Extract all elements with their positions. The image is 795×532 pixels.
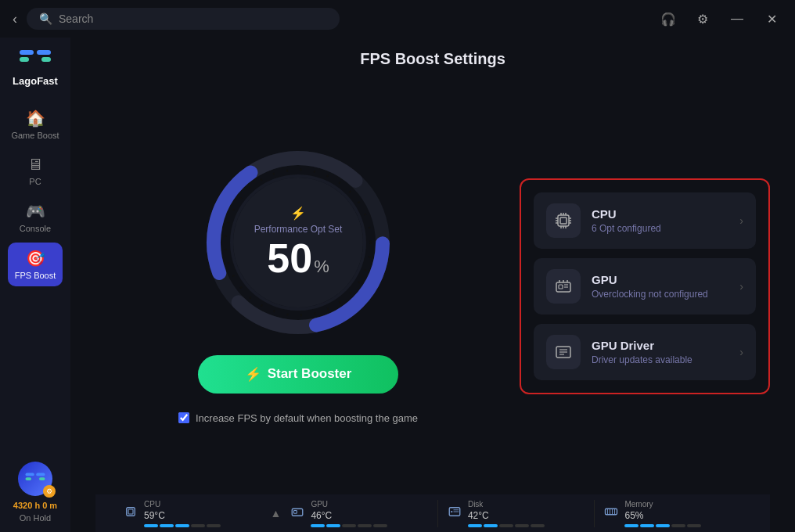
status-cpu-graph	[144, 524, 221, 527]
status-disk-info: Disk 42°C	[468, 500, 545, 527]
gpu-bar-1	[311, 524, 325, 527]
gpu-driver-option-arrow-icon: ›	[739, 346, 743, 358]
svg-rect-5	[25, 477, 31, 480]
mem-bar-3	[656, 524, 670, 527]
svg-rect-6	[36, 473, 45, 476]
status-memory-info: Memory 65%	[624, 500, 701, 527]
main-layout: LagoFast 🏠 Game Boost 🖥 PC 🎮 Console 🎯 F…	[0, 38, 795, 532]
gauge-bolt-icon: ⚡	[290, 206, 306, 221]
svg-rect-29	[559, 285, 563, 289]
logo-icon	[18, 47, 52, 72]
svg-rect-7	[39, 477, 45, 480]
status-gpu-graph	[311, 524, 387, 527]
sidebar-item-pc-label: PC	[29, 177, 41, 186]
status-disk-graph	[468, 524, 545, 527]
svg-rect-3	[41, 57, 51, 62]
cpu-option-info: CPU 6 Opt configured	[592, 207, 728, 234]
close-button[interactable]: ✕	[761, 8, 782, 30]
center-section: ⚡ Performance Opt Set 50 % ⚡ Start Boost…	[95, 84, 770, 488]
gauge-value: 50	[267, 238, 312, 279]
sidebar-item-game-boost[interactable]: 🏠 Game Boost	[8, 102, 63, 146]
cpu-option-name: CPU	[592, 207, 728, 221]
svg-rect-2	[37, 50, 51, 55]
svg-rect-15	[560, 217, 567, 224]
svg-rect-14	[558, 215, 569, 226]
cpu-bar-3	[175, 524, 189, 527]
cpu-option-arrow-icon: ›	[739, 214, 743, 227]
support-button[interactable]: 🎧	[657, 8, 679, 30]
fps-checkbox-row: Increase FPS by default when boosting th…	[178, 412, 418, 424]
search-placeholder: Search	[59, 13, 93, 25]
option-card-gpu-driver[interactable]: GPU Driver Driver updates available ›	[534, 324, 756, 380]
sidebar-item-game-boost-label: Game Boost	[11, 131, 59, 140]
game-boost-icon: 🏠	[26, 109, 45, 128]
back-button[interactable]: ‹	[13, 11, 17, 27]
sidebar-item-fps-boost[interactable]: 🎯 FPS Boost	[8, 243, 63, 286]
mem-bar-4	[671, 524, 685, 527]
status-memory-label: Memory	[624, 500, 701, 509]
svg-rect-47	[606, 509, 617, 515]
status-gpu-label: GPU	[311, 500, 387, 509]
gpu-bar-4	[358, 524, 372, 527]
mem-bar-2	[640, 524, 654, 527]
gpu-bar-2	[326, 524, 340, 527]
svg-rect-42	[294, 511, 297, 514]
gpu-option-arrow-icon: ›	[739, 280, 743, 293]
svg-point-44	[451, 511, 452, 512]
sidebar: LagoFast 🏠 Game Boost 🖥 PC 🎮 Console 🎯 F…	[0, 38, 70, 532]
status-memory-value: 65%	[624, 510, 701, 521]
gauge-label: Performance Opt Set	[254, 224, 343, 235]
start-booster-button[interactable]: ⚡ Start Booster	[198, 355, 399, 394]
fps-boost-icon: 🎯	[26, 249, 45, 268]
status-disk-label: Disk	[468, 500, 545, 509]
fps-checkbox-label: Increase FPS by default when boosting th…	[196, 412, 418, 424]
status-item-gpu: GPU 46°C	[281, 500, 437, 527]
logo-text: LagoFast	[13, 75, 58, 87]
status-item-cpu: CPU 59°C	[114, 500, 271, 527]
sidebar-item-console-label: Console	[20, 224, 51, 233]
user-time-label: 4320 h 0 m	[13, 501, 57, 510]
status-disk-value: 42°C	[468, 510, 545, 521]
gauge-inner: ⚡ Performance Opt Set 50 %	[254, 206, 343, 279]
search-icon: 🔍	[39, 13, 52, 25]
gpu-driver-option-info: GPU Driver Driver updates available	[592, 339, 728, 365]
right-panel: CPU 6 Opt configured ›	[520, 178, 770, 394]
mem-bar-1	[624, 524, 639, 527]
minimize-button[interactable]: —	[726, 8, 748, 30]
disk-bar-4	[515, 524, 529, 527]
cpu-option-icon	[546, 203, 581, 238]
cpu-option-desc: 6 Opt configured	[592, 223, 728, 234]
titlebar-right: 🎧 ⚙ — ✕	[657, 8, 782, 30]
sidebar-item-pc[interactable]: 🖥 PC	[8, 149, 63, 192]
svg-rect-4	[25, 473, 34, 476]
console-icon: 🎮	[26, 202, 45, 221]
titlebar: ‹ 🔍 Search 🎧 ⚙ — ✕	[0, 0, 795, 38]
cpu-bar-2	[160, 524, 174, 527]
cpu-bar-1	[144, 524, 158, 527]
chevron-up-icon[interactable]: ▲	[271, 507, 282, 519]
option-card-gpu[interactable]: GPU Overclocking not configured ›	[534, 258, 756, 315]
status-bar: CPU 59°C ▲	[95, 494, 770, 532]
status-item-memory: Memory 65%	[594, 500, 751, 527]
status-cpu-label: CPU	[144, 500, 221, 509]
disk-bar-5	[531, 524, 545, 527]
status-memory-icon	[604, 505, 618, 522]
avatar[interactable]: ⚙	[18, 462, 52, 496]
mem-bar-5	[687, 524, 701, 527]
disk-bar-2	[484, 524, 498, 527]
booster-btn-label: Start Booster	[268, 366, 352, 382]
option-card-cpu[interactable]: CPU 6 Opt configured ›	[534, 192, 756, 249]
content-area: FPS Boost Settings	[70, 38, 795, 532]
gpu-option-icon	[546, 269, 581, 304]
gpu-driver-option-desc: Driver updates available	[592, 354, 728, 365]
gpu-driver-option-name: GPU Driver	[592, 339, 728, 352]
sidebar-bottom: ⚙ 4320 h 0 m On Hold	[13, 462, 57, 523]
gpu-option-info: GPU Overclocking not configured	[592, 273, 728, 300]
sidebar-item-console[interactable]: 🎮 Console	[8, 196, 63, 239]
settings-button[interactable]: ⚙	[692, 8, 714, 30]
search-bar[interactable]: 🔍 Search	[27, 8, 340, 30]
pc-icon: 🖥	[27, 156, 43, 174]
fps-checkbox[interactable]	[178, 412, 189, 423]
cpu-bar-5	[207, 524, 221, 527]
avatar-badge: ⚙	[43, 485, 56, 498]
